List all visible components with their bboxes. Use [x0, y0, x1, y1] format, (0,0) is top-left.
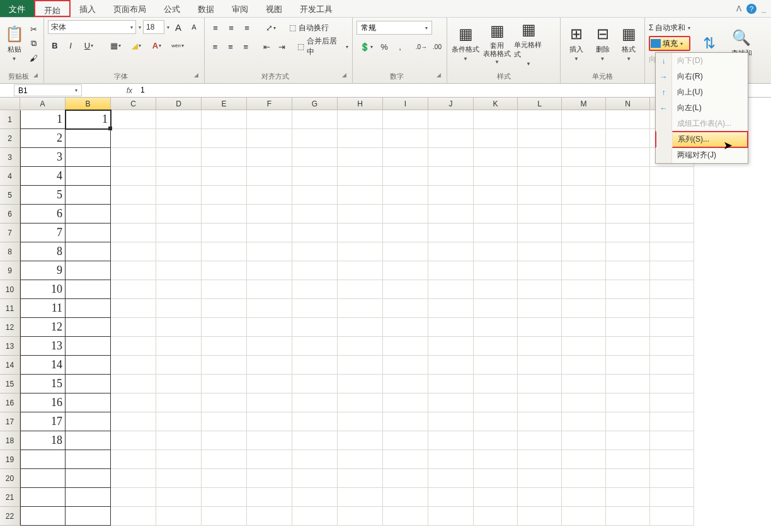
cell[interactable]	[650, 412, 694, 431]
cell[interactable]	[292, 299, 338, 318]
fill-menu-justify[interactable]: 两端对齐(J)	[656, 147, 748, 163]
cell[interactable]	[66, 148, 111, 167]
cell[interactable]	[428, 337, 474, 356]
cell[interactable]	[518, 224, 562, 242]
cell-style-button[interactable]: ▦ 单元格样式 ▼	[514, 20, 543, 67]
cell[interactable]	[650, 205, 694, 224]
cell[interactable]	[606, 318, 650, 337]
cell[interactable]	[383, 337, 428, 356]
cell[interactable]	[292, 450, 338, 469]
cell[interactable]	[111, 148, 156, 167]
cell[interactable]	[562, 110, 606, 129]
cell[interactable]	[156, 488, 202, 507]
cell[interactable]	[518, 242, 562, 261]
cell[interactable]	[606, 469, 650, 488]
cell[interactable]	[606, 299, 650, 318]
cell[interactable]	[428, 261, 474, 280]
cell[interactable]	[474, 507, 518, 526]
cell[interactable]	[156, 507, 202, 526]
cell[interactable]	[606, 431, 650, 450]
cell[interactable]	[292, 356, 338, 375]
row-header[interactable]: 3	[0, 148, 20, 167]
cell[interactable]	[518, 393, 562, 412]
cell[interactable]	[562, 280, 606, 299]
cell[interactable]	[338, 393, 383, 412]
cell[interactable]	[474, 224, 518, 242]
paste-button[interactable]: 📋 粘贴 ▼	[4, 20, 25, 67]
cell[interactable]	[562, 224, 606, 242]
cell[interactable]	[66, 393, 111, 412]
cell[interactable]	[428, 242, 474, 261]
cell[interactable]	[156, 110, 202, 129]
cell[interactable]	[428, 148, 474, 167]
cell[interactable]	[428, 299, 474, 318]
fill-menu-down[interactable]: ↓向下(D)	[656, 53, 748, 69]
cell[interactable]	[66, 356, 111, 375]
cell[interactable]	[156, 148, 202, 167]
format-button[interactable]: ▦ 格式 ▼	[617, 20, 641, 67]
column-header[interactable]: F	[247, 98, 292, 110]
cell[interactable]	[606, 356, 650, 375]
cell[interactable]	[111, 186, 156, 205]
wrap-text-button[interactable]: ⬚ 自动换行	[289, 20, 329, 35]
cell[interactable]	[562, 299, 606, 318]
cell[interactable]	[338, 375, 383, 393]
cell[interactable]	[383, 280, 428, 299]
cell[interactable]	[338, 186, 383, 205]
cell[interactable]: 5	[20, 186, 66, 205]
cell[interactable]	[247, 205, 292, 224]
cell[interactable]	[428, 205, 474, 224]
cell[interactable]	[156, 356, 202, 375]
cell[interactable]	[338, 431, 383, 450]
cell[interactable]	[383, 375, 428, 393]
cell[interactable]	[428, 431, 474, 450]
cell[interactable]: 13	[20, 337, 66, 356]
cell[interactable]: 16	[20, 393, 66, 412]
cell[interactable]: 15	[20, 375, 66, 393]
cell[interactable]	[111, 450, 156, 469]
cell[interactable]	[66, 375, 111, 393]
fontcolor-icon[interactable]: A▾	[147, 38, 166, 52]
cell[interactable]	[474, 469, 518, 488]
cell[interactable]	[383, 167, 428, 186]
cell[interactable]	[474, 356, 518, 375]
row-header[interactable]: 17	[0, 412, 20, 431]
cell[interactable]	[66, 318, 111, 337]
menu-tab-file[interactable]: 文件	[0, 0, 34, 17]
cell[interactable]: 1	[20, 110, 66, 129]
cell[interactable]	[383, 129, 428, 148]
cell[interactable]	[202, 129, 247, 148]
cell[interactable]	[518, 356, 562, 375]
cell[interactable]	[66, 167, 111, 186]
name-box[interactable]: B1 ▾	[14, 84, 82, 96]
cell[interactable]	[562, 129, 606, 148]
cell[interactable]	[474, 488, 518, 507]
cell[interactable]	[338, 242, 383, 261]
help-icon[interactable]: ?	[746, 4, 757, 14]
cell[interactable]	[518, 110, 562, 129]
chevron-down-icon[interactable]: ▾	[167, 25, 169, 30]
cell[interactable]	[562, 148, 606, 167]
column-header[interactable]: H	[338, 98, 383, 110]
cell[interactable]	[66, 129, 111, 148]
cell[interactable]	[428, 224, 474, 242]
cell[interactable]	[156, 242, 202, 261]
cell[interactable]	[66, 431, 111, 450]
cell[interactable]	[292, 261, 338, 280]
cell[interactable]	[562, 488, 606, 507]
menu-tab-layout[interactable]: 页面布局	[105, 0, 155, 17]
row-header[interactable]: 21	[0, 488, 20, 507]
cell[interactable]	[202, 375, 247, 393]
row-header[interactable]: 7	[0, 224, 20, 242]
cell[interactable]	[247, 412, 292, 431]
cell[interactable]	[111, 318, 156, 337]
cell[interactable]	[383, 110, 428, 129]
cell[interactable]	[562, 375, 606, 393]
cell[interactable]	[338, 110, 383, 129]
cell[interactable]	[292, 469, 338, 488]
column-header[interactable]: M	[562, 98, 606, 110]
cell[interactable]	[562, 242, 606, 261]
cell[interactable]	[606, 280, 650, 299]
cell[interactable]	[383, 186, 428, 205]
cell[interactable]	[474, 412, 518, 431]
